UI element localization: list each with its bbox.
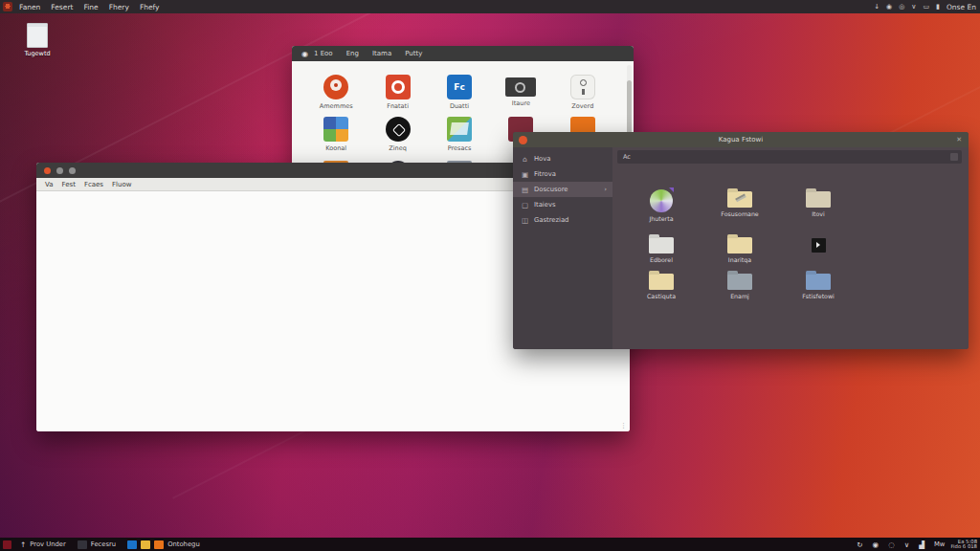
file-item[interactable]: Fstisfetowi [779,268,858,299]
bottom-taskbar: ↑ Prov Under Fecesru Ontohegu ↻ ◉ ◌ ∨ ▟ … [0,538,980,551]
desktop-icon-label: Tugewtd [17,50,57,57]
close-button[interactable] [44,167,51,174]
status-tray-icon[interactable]: ◎ [899,0,904,13]
path-bar-button[interactable] [950,153,958,161]
sidebar-item-documents[interactable]: ▤ Doscusore › [513,182,612,197]
volume-tray-icon[interactable]: ∨ [904,540,910,549]
topbar-menu-item[interactable]: Fhefy [140,3,160,11]
folder-taskbar-icon[interactable] [141,540,150,549]
blue-app-taskbar-icon[interactable] [127,540,137,549]
network-tray-icon[interactable]: ▟ [919,540,924,549]
top-menubar: Fanen Fesert Fine Fhery Fhefy ↓ ◉ ◎ ∨ ▭ … [0,0,980,13]
app-label: Zineq [389,144,407,152]
file-item[interactable]: Jhuterta [622,186,701,222]
minimize-button[interactable] [56,167,63,174]
refresh-tray-icon[interactable]: ↻ [857,540,862,549]
editor-menu-item[interactable]: Fest [62,181,76,188]
app-label: Koonal [325,144,346,152]
resize-handle-icon[interactable]: ⋮ [620,422,627,430]
sidebar-item-label: Itaievs [534,201,555,209]
file-item[interactable]: Itovi [779,186,858,222]
app-grid-menu-item[interactable]: Putty [405,50,422,57]
app-label: Itaure [512,99,530,107]
topbar-menu-item[interactable]: Fesert [51,3,73,11]
sidebar-item-pictures[interactable]: ▣ Fitrova [513,166,612,182]
app-launcher-zineq[interactable]: Zineq [367,117,428,152]
taskbar-logo-icon[interactable] [3,540,11,549]
ubuntu-logo-icon[interactable] [3,2,12,11]
editor-menu-item[interactable]: Fluow [112,181,131,188]
topbar-menu-item[interactable]: Fanen [19,3,40,11]
chat-tray-icon[interactable]: ▭ [923,0,929,13]
file-manager-titlebar[interactable]: Kagua Fstowi ✕ [513,132,969,147]
file-label: Inaritqa [728,256,751,263]
sidebar-item-videos[interactable]: ▢ Itaievs [513,197,612,212]
globe-file-icon [650,189,673,212]
dropdown-tray-icon[interactable]: ∨ [911,0,916,13]
editor-menu-item[interactable]: Fcaes [84,181,103,188]
videos-icon: ▢ [521,201,529,209]
topbar-clock[interactable]: Onse En [947,3,976,11]
app-grid-menu-item[interactable]: Itama [372,50,391,57]
folder-icon [806,274,831,290]
taskbar-clock[interactable]: Ea 5:08 Fido 6 018 [950,540,977,550]
battery-tray-icon[interactable]: ▮ [936,0,940,13]
utility-app-icon [570,75,595,99]
file-label: Jhuterta [649,215,673,222]
file-item[interactable]: Inaritqa [701,231,779,263]
file-item[interactable]: Edborel [622,231,701,263]
camera-app-icon [505,77,536,97]
orange-app-taskbar-icon[interactable] [154,540,164,549]
messenger-tray-icon[interactable]: ◉ [886,0,892,13]
app-grid-menu-item[interactable]: Eng [346,50,359,57]
pin-icon: ◉ [301,50,308,58]
desktop-icon-document[interactable]: Tugewtd [17,23,57,57]
circle-tray-icon[interactable]: ◌ [888,540,895,549]
file-manager-sidebar: ⌂ Hova ▣ Fitrova ▤ Doscusore › ▢ Itaievs… [513,147,612,349]
taskbar-item-label[interactable]: Ontohegu [167,540,200,548]
app-launcher-fnatati[interactable]: Fnatati [367,75,428,110]
document-icon [27,23,48,48]
sidebar-item-downloads[interactable]: ◫ Gastreziad [513,212,612,228]
app-label: Fnatati [387,102,409,110]
maximize-button[interactable] [69,167,76,174]
app-launcher-itaure[interactable]: Itaure [490,75,551,110]
file-label: Castiquta [647,293,676,299]
file-label: Enamj [730,293,749,299]
eye-app-icon [386,117,411,142]
app-grid-titlebar[interactable]: ◉ 1 Eoo Eng Itama Putty [292,46,634,61]
app-launcher-duatti[interactable]: Fc Duatti [429,75,490,110]
taskbar-item-label[interactable]: Prov Under [30,540,66,548]
file-item[interactable]: Fosusomane [701,186,779,222]
fc-glyph: Fc [454,82,464,92]
executable-file-icon [812,238,826,253]
contacts-app-icon [323,75,348,99]
dark-app-taskbar-icon[interactable] [78,540,87,549]
sidebar-item-label: Fitrova [534,170,556,178]
editor-menu-item[interactable]: Va [45,181,54,188]
topbar-menu-item[interactable]: Fine [83,3,98,11]
app-launcher-amemmes[interactable]: Amemmes [305,75,367,110]
status-label: Mw [934,540,945,548]
topbar-menu-item[interactable]: Fhery [109,3,129,11]
file-item[interactable]: Castiquta [622,268,701,299]
app-launcher-koonal[interactable]: Koonal [305,117,367,152]
download-tray-icon[interactable]: ↓ [874,0,880,13]
file-item[interactable] [779,231,858,263]
path-bar[interactable]: Ac [617,150,962,164]
close-icon[interactable]: ✕ [956,136,962,143]
file-item[interactable]: Enamj [701,268,779,299]
file-label: Fstisfetowi [802,293,835,299]
app-grid-menu-item[interactable]: 1 Eoo [314,50,333,57]
file-label: Itovi [812,210,825,217]
app-launcher-presacs[interactable]: Presacs [429,117,490,152]
record-tray-icon[interactable]: ◉ [873,540,880,549]
taskbar-item-label[interactable]: Fecesru [91,540,116,548]
app-launcher-zoverd[interactable]: Zoverd [552,75,613,110]
folder-icon [806,191,831,208]
arrow-up-icon[interactable]: ↑ [20,540,26,549]
photos-app-icon [447,117,472,142]
path-text: Ac [623,153,631,161]
sidebar-item-home[interactable]: ⌂ Hova [513,151,612,166]
file-label: Fosusomane [721,210,759,217]
